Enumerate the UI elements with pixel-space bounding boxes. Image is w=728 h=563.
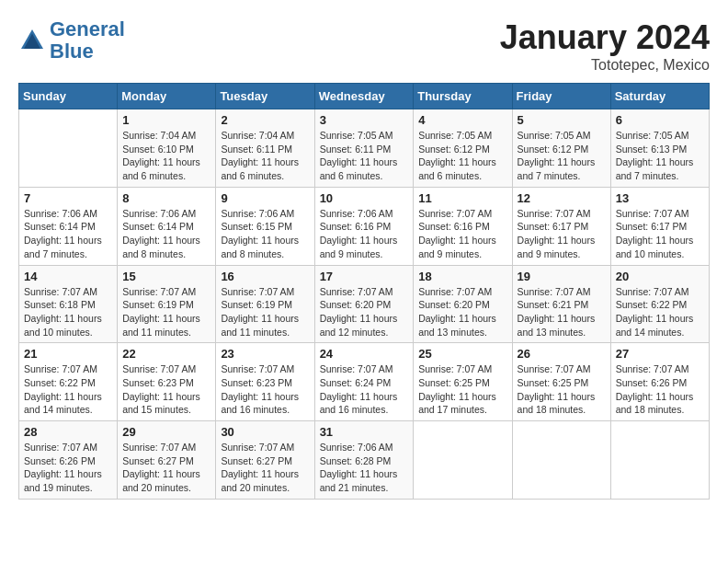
- day-number: 4: [418, 113, 506, 127]
- calendar-header: SundayMondayTuesdayWednesdayThursdayFrid…: [19, 84, 710, 109]
- calendar-cell: 1Sunrise: 7:04 AM Sunset: 6:10 PM Daylig…: [118, 109, 216, 188]
- day-number: 7: [24, 191, 112, 205]
- day-info: Sunrise: 7:07 AM Sunset: 6:23 PM Dayligh…: [122, 362, 210, 417]
- calendar-cell: 15Sunrise: 7:07 AM Sunset: 6:19 PM Dayli…: [118, 265, 216, 343]
- day-number: 12: [518, 191, 606, 205]
- calendar-cell: 7Sunrise: 7:06 AM Sunset: 6:14 PM Daylig…: [19, 187, 118, 265]
- day-number: 11: [418, 191, 506, 205]
- calendar-week-row: 1Sunrise: 7:04 AM Sunset: 6:10 PM Daylig…: [19, 109, 710, 188]
- logo: General Blue: [18, 18, 125, 63]
- day-number: 13: [616, 191, 704, 205]
- calendar-cell: 10Sunrise: 7:06 AM Sunset: 6:16 PM Dayli…: [314, 187, 414, 265]
- day-info: Sunrise: 7:05 AM Sunset: 6:11 PM Dayligh…: [320, 129, 409, 183]
- logo-text: General Blue: [50, 18, 125, 63]
- calendar-cell: 20Sunrise: 7:07 AM Sunset: 6:22 PM Dayli…: [610, 265, 709, 343]
- calendar-cell: 16Sunrise: 7:07 AM Sunset: 6:19 PM Dayli…: [216, 265, 314, 343]
- day-number: 24: [320, 347, 409, 361]
- day-number: 6: [616, 113, 704, 127]
- calendar-cell: [414, 421, 512, 500]
- day-number: 9: [221, 191, 309, 205]
- day-info: Sunrise: 7:07 AM Sunset: 6:20 PM Dayligh…: [418, 285, 506, 339]
- calendar-cell: 3Sunrise: 7:05 AM Sunset: 6:11 PM Daylig…: [314, 109, 414, 188]
- day-info: Sunrise: 7:04 AM Sunset: 6:10 PM Dayligh…: [122, 129, 210, 183]
- day-info: Sunrise: 7:07 AM Sunset: 6:21 PM Dayligh…: [518, 285, 606, 339]
- day-of-week-header: Monday: [118, 84, 216, 109]
- day-info: Sunrise: 7:04 AM Sunset: 6:11 PM Dayligh…: [221, 129, 309, 183]
- day-info: Sunrise: 7:07 AM Sunset: 6:17 PM Dayligh…: [518, 207, 606, 261]
- day-info: Sunrise: 7:07 AM Sunset: 6:20 PM Dayligh…: [320, 285, 409, 339]
- day-number: 17: [320, 270, 409, 283]
- calendar-week-row: 7Sunrise: 7:06 AM Sunset: 6:14 PM Daylig…: [19, 187, 710, 265]
- calendar-body: 1Sunrise: 7:04 AM Sunset: 6:10 PM Daylig…: [19, 109, 710, 500]
- day-of-week-header: Thursday: [414, 84, 512, 109]
- day-of-week-header: Saturday: [610, 84, 709, 109]
- logo-line1: General: [50, 17, 125, 40]
- day-number: 16: [221, 270, 309, 283]
- calendar-cell: 11Sunrise: 7:07 AM Sunset: 6:16 PM Dayli…: [414, 187, 512, 265]
- day-info: Sunrise: 7:07 AM Sunset: 6:23 PM Dayligh…: [221, 362, 309, 417]
- day-info: Sunrise: 7:07 AM Sunset: 6:27 PM Dayligh…: [221, 441, 309, 495]
- calendar-cell: 28Sunrise: 7:07 AM Sunset: 6:26 PM Dayli…: [19, 421, 118, 500]
- calendar-cell: 31Sunrise: 7:06 AM Sunset: 6:28 PM Dayli…: [314, 421, 414, 500]
- calendar-cell: 13Sunrise: 7:07 AM Sunset: 6:17 PM Dayli…: [610, 187, 709, 265]
- day-info: Sunrise: 7:07 AM Sunset: 6:27 PM Dayligh…: [122, 441, 210, 495]
- day-info: Sunrise: 7:05 AM Sunset: 6:12 PM Dayligh…: [418, 129, 506, 183]
- day-info: Sunrise: 7:07 AM Sunset: 6:18 PM Dayligh…: [24, 285, 112, 339]
- day-info: Sunrise: 7:07 AM Sunset: 6:19 PM Dayligh…: [122, 285, 210, 339]
- calendar-cell: [19, 109, 118, 188]
- day-number: 19: [518, 270, 606, 283]
- calendar-cell: 12Sunrise: 7:07 AM Sunset: 6:17 PM Dayli…: [512, 187, 610, 265]
- day-info: Sunrise: 7:06 AM Sunset: 6:14 PM Dayligh…: [24, 207, 112, 261]
- day-info: Sunrise: 7:06 AM Sunset: 6:28 PM Dayligh…: [320, 441, 409, 495]
- calendar-cell: 19Sunrise: 7:07 AM Sunset: 6:21 PM Dayli…: [512, 265, 610, 343]
- location: Tototepec, Mexico: [500, 57, 710, 74]
- day-info: Sunrise: 7:07 AM Sunset: 6:22 PM Dayligh…: [24, 362, 112, 417]
- day-info: Sunrise: 7:07 AM Sunset: 6:26 PM Dayligh…: [24, 441, 112, 495]
- calendar-cell: 26Sunrise: 7:07 AM Sunset: 6:25 PM Dayli…: [512, 343, 610, 421]
- calendar-cell: 22Sunrise: 7:07 AM Sunset: 6:23 PM Dayli…: [118, 343, 216, 421]
- logo-icon: [18, 27, 46, 54]
- day-number: 14: [24, 270, 112, 283]
- calendar-cell: 2Sunrise: 7:04 AM Sunset: 6:11 PM Daylig…: [216, 109, 314, 188]
- calendar-cell: 29Sunrise: 7:07 AM Sunset: 6:27 PM Dayli…: [118, 421, 216, 500]
- day-info: Sunrise: 7:07 AM Sunset: 6:17 PM Dayligh…: [616, 207, 704, 261]
- calendar-cell: 8Sunrise: 7:06 AM Sunset: 6:14 PM Daylig…: [118, 187, 216, 265]
- day-info: Sunrise: 7:06 AM Sunset: 6:14 PM Dayligh…: [122, 207, 210, 261]
- calendar-cell: [610, 421, 709, 500]
- calendar-cell: 6Sunrise: 7:05 AM Sunset: 6:13 PM Daylig…: [610, 109, 709, 188]
- day-number: 8: [122, 191, 210, 205]
- calendar-table: SundayMondayTuesdayWednesdayThursdayFrid…: [18, 83, 710, 500]
- day-info: Sunrise: 7:05 AM Sunset: 6:12 PM Dayligh…: [518, 129, 606, 183]
- day-number: 29: [122, 425, 210, 439]
- day-of-week-header: Friday: [512, 84, 610, 109]
- day-info: Sunrise: 7:06 AM Sunset: 6:15 PM Dayligh…: [221, 207, 309, 261]
- calendar-week-row: 21Sunrise: 7:07 AM Sunset: 6:22 PM Dayli…: [19, 343, 710, 421]
- day-info: Sunrise: 7:07 AM Sunset: 6:22 PM Dayligh…: [616, 285, 704, 339]
- day-info: Sunrise: 7:07 AM Sunset: 6:25 PM Dayligh…: [418, 362, 506, 417]
- month-title: January 2024: [500, 18, 710, 57]
- day-of-week-header: Tuesday: [216, 84, 314, 109]
- day-number: 30: [221, 425, 309, 439]
- day-info: Sunrise: 7:07 AM Sunset: 6:19 PM Dayligh…: [221, 285, 309, 339]
- calendar-cell: 18Sunrise: 7:07 AM Sunset: 6:20 PM Dayli…: [414, 265, 512, 343]
- calendar-cell: 23Sunrise: 7:07 AM Sunset: 6:23 PM Dayli…: [216, 343, 314, 421]
- calendar-cell: 5Sunrise: 7:05 AM Sunset: 6:12 PM Daylig…: [512, 109, 610, 188]
- logo-line2: Blue: [50, 40, 94, 63]
- day-info: Sunrise: 7:05 AM Sunset: 6:13 PM Dayligh…: [616, 129, 704, 183]
- calendar-cell: 14Sunrise: 7:07 AM Sunset: 6:18 PM Dayli…: [19, 265, 118, 343]
- day-number: 1: [122, 113, 210, 127]
- day-info: Sunrise: 7:07 AM Sunset: 6:26 PM Dayligh…: [616, 362, 704, 417]
- day-number: 28: [24, 425, 112, 439]
- day-number: 22: [122, 347, 210, 361]
- day-of-week-header: Wednesday: [314, 84, 414, 109]
- calendar-cell: 24Sunrise: 7:07 AM Sunset: 6:24 PM Dayli…: [314, 343, 414, 421]
- day-number: 21: [24, 347, 112, 361]
- calendar-cell: 4Sunrise: 7:05 AM Sunset: 6:12 PM Daylig…: [414, 109, 512, 188]
- days-of-week-row: SundayMondayTuesdayWednesdayThursdayFrid…: [19, 84, 710, 109]
- calendar-week-row: 28Sunrise: 7:07 AM Sunset: 6:26 PM Dayli…: [19, 421, 710, 500]
- calendar-cell: 30Sunrise: 7:07 AM Sunset: 6:27 PM Dayli…: [216, 421, 314, 500]
- calendar-cell: 21Sunrise: 7:07 AM Sunset: 6:22 PM Dayli…: [19, 343, 118, 421]
- day-number: 18: [418, 270, 506, 283]
- day-number: 25: [418, 347, 506, 361]
- day-of-week-header: Sunday: [19, 84, 118, 109]
